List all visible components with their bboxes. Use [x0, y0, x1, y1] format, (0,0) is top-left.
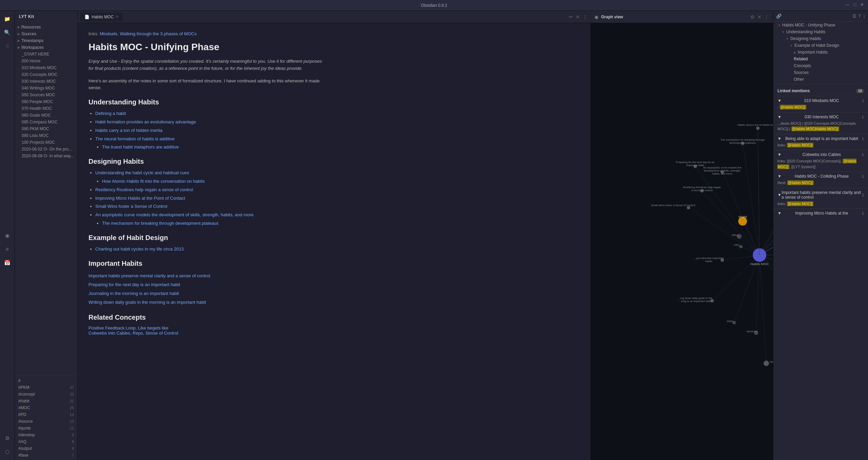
- tag-aq[interactable]: #AQ 8: [15, 438, 77, 445]
- link-improving[interactable]: Improving Micro Habits at the Point of C…: [95, 196, 185, 201]
- outline-item-important[interactable]: ▶ Important Habits: [773, 49, 868, 56]
- sidebar-item-2020b[interactable]: 2020-08-08 O- In what way...: [15, 153, 77, 159]
- activity-folder[interactable]: 📁: [2, 14, 13, 24]
- activity-plugin[interactable]: ⬡: [2, 446, 13, 457]
- outline-item-root[interactable]: ▼ Habits MOC - Unifying Phase: [773, 22, 868, 28]
- link-cobwebs[interactable]: Cobwebs into Cables: [88, 331, 130, 336]
- link-inertia[interactable]: Habits carry a ton of hidden inertia: [95, 128, 162, 133]
- sidebar-section-resources[interactable]: ▶ Resources: [15, 24, 77, 31]
- sidebar-item-000[interactable]: 000 Home: [15, 58, 77, 64]
- link-truest[interactable]: The truest habit metaphors are additive: [102, 144, 179, 149]
- graph-close-icon[interactable]: ✕: [757, 14, 762, 20]
- outline-item-understanding[interactable]: ▼ Understanding Habits: [773, 28, 868, 35]
- backlink-title[interactable]: ▼ Improving Micro Habits at the 1: [777, 211, 864, 216]
- link-asymptotic[interactable]: An asymptotic curve models the developme…: [95, 212, 254, 217]
- backlinks-header[interactable]: Linked mentions 19: [773, 86, 868, 96]
- sidebar-item-085[interactable]: 085 Compass MOC: [15, 119, 77, 125]
- editor-tab-habits-moc[interactable]: 📄 Habits MOC ✕: [80, 13, 123, 21]
- link-journaling[interactable]: Journaling in the morning is an importan…: [88, 289, 324, 298]
- outline-item-concepts[interactable]: Concepts: [773, 62, 868, 69]
- sidebar-section-timestamps[interactable]: ▶ Timestamps: [15, 37, 77, 44]
- backlink-title[interactable]: ▼ Habits MOC - Colliding Phase 1: [777, 174, 864, 179]
- sidebar-text-icon[interactable]: T: [859, 14, 861, 19]
- link-preparing[interactable]: Preparing for the next day is an importa…: [88, 280, 324, 289]
- link-defining[interactable]: Defining a habit: [95, 111, 126, 116]
- tag-source[interactable]: #source 13: [15, 418, 77, 425]
- sidebar-item-100[interactable]: 100 Projects MOC: [15, 139, 77, 146]
- sidebar-list-icon[interactable]: ☰: [852, 14, 856, 19]
- tag-develop[interactable]: #develop 9: [15, 432, 77, 438]
- activity-search[interactable]: 🔍: [2, 27, 13, 38]
- link-atomic-fit[interactable]: How Atomic Habits fit into the conversat…: [102, 179, 205, 184]
- link-resiliency[interactable]: Resiliency Routines help regain a sense …: [95, 187, 193, 192]
- link-clarity[interactable]: Important habits preserve mental clarity…: [88, 272, 324, 280]
- link-evolution[interactable]: Habit formation provides an evolutionary…: [95, 119, 196, 124]
- tag-concept[interactable]: #concept 32: [15, 391, 77, 398]
- link-sense[interactable]: Sense of Control: [145, 331, 178, 336]
- sidebar-section-workspaces[interactable]: ▶ Workspaces: [15, 44, 77, 51]
- tag-hash[interactable]: #: [15, 377, 77, 384]
- tag-quote[interactable]: #quote 11: [15, 425, 77, 432]
- activity-graph-small[interactable]: ◉: [2, 230, 13, 241]
- link-daily-goals[interactable]: Writing down daily goals in the morning …: [88, 298, 324, 307]
- tag-moc[interactable]: #MOC 25: [15, 404, 77, 411]
- activity-calendar[interactable]: 📅: [2, 257, 13, 268]
- outline-item-sources[interactable]: Sources: [773, 69, 868, 76]
- sidebar-item-030[interactable]: 030 Interests MOC: [15, 78, 77, 85]
- outline-item-example[interactable]: ▼ Example of Habit Design: [773, 42, 868, 49]
- backlink-text: ...dsets MOC]] | [[020 Concepts MOC|Conc…: [777, 121, 864, 132]
- sidebar-item-080[interactable]: 080 Goals MOC: [15, 112, 77, 119]
- maximize-button[interactable]: □: [853, 2, 856, 7]
- svg-point-90: [756, 126, 760, 130]
- minimize-button[interactable]: —: [845, 2, 849, 7]
- link-charting[interactable]: Charting out habit cycles in my life cir…: [95, 246, 184, 252]
- activity-bookmark[interactable]: ☆: [2, 41, 13, 52]
- link-habit-cycle[interactable]: Understanding the habit cycle and habitu…: [95, 170, 189, 175]
- link-neural[interactable]: The neural formation of habits is additi…: [95, 136, 175, 141]
- activity-tag[interactable]: #: [2, 244, 13, 255]
- link-mechanism[interactable]: The mechanism for breaking through devel…: [102, 221, 218, 226]
- more-icon[interactable]: ⋮: [583, 14, 587, 20]
- sidebar-item-070[interactable]: 070 Health MOC: [15, 105, 77, 112]
- tag-pkm[interactable]: #PKM 47: [15, 384, 77, 391]
- sidebar-link-icon[interactable]: 🔗: [776, 14, 782, 19]
- activity-settings[interactable]: ⚙: [2, 433, 13, 444]
- close-button[interactable]: ✕: [860, 2, 864, 7]
- backlink-title[interactable]: ▼ 010 Mindsets MOC 1: [777, 98, 864, 103]
- link-mindsets[interactable]: Mindsets: [100, 31, 117, 36]
- sidebar-item-095[interactable]: 095 Lists MOC: [15, 132, 77, 139]
- link-like-begets[interactable]: Like begets like: [138, 325, 169, 331]
- sidebar-item-090[interactable]: 090 PKM MOC: [15, 125, 77, 132]
- tag-pd[interactable]: #PD 14: [15, 411, 77, 418]
- tag-fave[interactable]: #fave 7: [15, 452, 77, 459]
- graph-canvas[interactable]: Habits MOC Habits MOC - Colliding Phase …: [590, 23, 773, 460]
- backlink-title[interactable]: ▼ Being able to adapt is an important ha…: [777, 136, 864, 141]
- link-walking[interactable]: Walking through the 3 phases of MOCs: [120, 31, 197, 36]
- link-positive[interactable]: Positive Feedback Loop: [88, 325, 136, 331]
- edit-icon[interactable]: ✏: [569, 14, 573, 20]
- sidebar-item-010[interactable]: 010 Mindsets MOC: [15, 64, 77, 71]
- tab-close[interactable]: ✕: [116, 15, 119, 19]
- sidebar-item-2020a[interactable]: 2020-06-02 O- On the pro...: [15, 146, 77, 153]
- outline-item-other[interactable]: Other: [773, 76, 868, 83]
- outline-item-related[interactable]: Related: [773, 56, 868, 62]
- sidebar-item-060[interactable]: 060 People MOC: [15, 98, 77, 105]
- sidebar-item-start[interactable]: _START HERE: [15, 51, 77, 58]
- close-icon[interactable]: ✕: [576, 14, 580, 20]
- link-small-wins[interactable]: Small Wins foster a Sense of Control: [95, 204, 167, 209]
- outline-item-designing[interactable]: ▼ Designing Habits: [773, 35, 868, 42]
- backlink-title[interactable]: ▼ 030 Interests MOC 1: [777, 115, 864, 119]
- backlink-title[interactable]: ▼ Cobwebs into Cables 1: [777, 152, 864, 157]
- tag-output[interactable]: #output 8: [15, 445, 77, 452]
- sidebar-item-050[interactable]: 050 Sources MOC: [15, 92, 77, 98]
- link-reps[interactable]: Reps: [133, 331, 143, 336]
- backlink-title[interactable]: ▼ Important habits preserve mental clari…: [777, 190, 864, 200]
- sidebar-item-020[interactable]: 020 Concepts MOC: [15, 71, 77, 78]
- tag-habit[interactable]: #habit 31: [15, 398, 77, 404]
- sidebar-sort-icon[interactable]: ↕: [863, 14, 866, 19]
- sidebar-item-040[interactable]: 040 Writings MOC: [15, 85, 77, 92]
- sidebar-section-sources[interactable]: ▶ Sources: [15, 31, 77, 37]
- graph-settings-icon[interactable]: ⚙: [750, 14, 755, 20]
- graph-more-icon[interactable]: ⋮: [764, 14, 769, 20]
- activity-file[interactable]: [2, 217, 13, 227]
